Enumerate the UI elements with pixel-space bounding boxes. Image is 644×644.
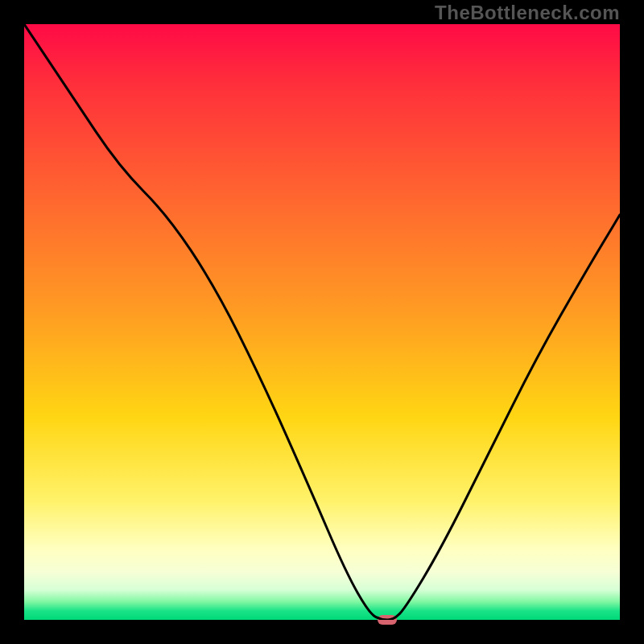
watermark-text: TheBottleneck.com	[435, 2, 620, 24]
plot-area	[24, 24, 620, 620]
bottleneck-curve	[24, 24, 620, 620]
chart-frame: TheBottleneck.com	[0, 0, 644, 644]
